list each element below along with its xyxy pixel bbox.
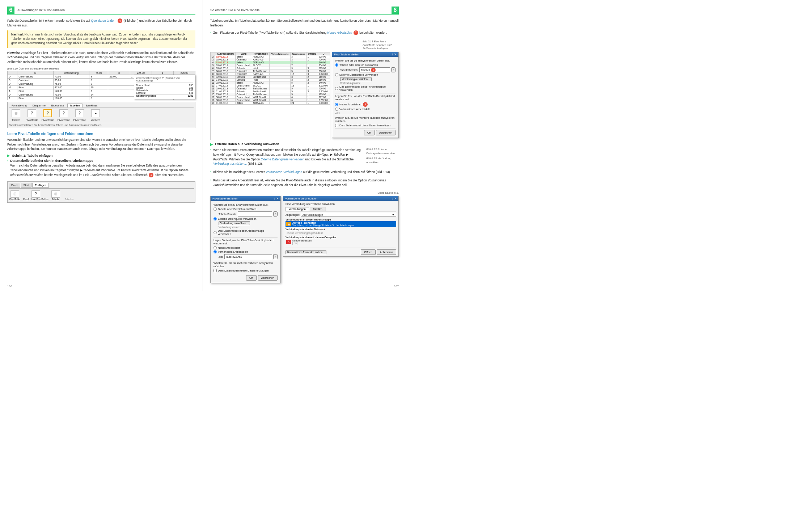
vorh-item1-sub: Verbindung mit der Abfrage 'Rohdaten' in… (292, 224, 355, 227)
section-text1: Wesentlich flexibler und nur unwesentlic… (7, 138, 195, 151)
vorh-abbrechen-btn[interactable]: Abbrechen (377, 249, 396, 255)
vorh-anzeigen-row: Angezeigen: Alle Verbindungen ▼ (286, 213, 396, 217)
hinweis-para: Hinweis: Vorschläge für Pivot-Tabellen e… (7, 51, 195, 64)
neues-label: Neues Arbeitsblatt (339, 103, 361, 106)
dialog1-vorh[interactable]: Vorhandenes Arbeitsblatt (335, 108, 396, 111)
d2-vorh[interactable]: Vorhandenes Arbeitsblatt (213, 250, 278, 253)
nav-icon-empfohlene[interactable]: ? Empfohlene PivotTables (23, 190, 48, 201)
d2-radio1[interactable]: Tabelle oder Bereich auswählen (213, 207, 278, 211)
neues-radio[interactable] (335, 103, 338, 106)
tab-diagramme[interactable]: Diagramme (30, 104, 48, 108)
dialog1-ok-btn[interactable]: OK (364, 130, 375, 135)
neues-arbeitsblatt-link[interactable]: Neues Arbeitsblatt (327, 31, 352, 34)
vorh-oeffnen-btn[interactable]: Öffnen (361, 249, 375, 255)
popup-row: Österreich (136, 89, 181, 92)
datenmodell-check[interactable] (335, 124, 338, 127)
step1-heading: ▶ Schritt 1: Tabelle einfügen (7, 154, 195, 157)
vorh-item1[interactable]: 📋 Abfrage - Rohdaten Verbindung mit der … (286, 221, 396, 227)
dialog1-radio3[interactable]: Das Datenmodell dieser Arbeitsmappe verw… (335, 85, 396, 92)
d2-neues[interactable]: Neues Arbeitsblatt (213, 246, 278, 249)
d2-check-label: Dem Datenmodell diese Daten hinzufügen (218, 269, 269, 272)
externe-para2: Klicken Sie im nachfolgenden Fenster Vor… (213, 170, 390, 174)
d2-ziel-expand[interactable]: ↑ (273, 254, 278, 259)
nav-icon-buttons: ⊞ PivotTable ? Empfohlene PivotTables ⊞ … (9, 190, 194, 201)
radio3-input[interactable] (335, 87, 338, 90)
btn-pivottable-3[interactable]: ? PivotTable (57, 109, 71, 122)
btn-weitere[interactable]: ▸ Weitere (89, 109, 102, 122)
dialog1-abbrechen-btn[interactable]: Abbrechen (376, 130, 396, 135)
vorh-subtitle: Eine Verbindung oder Tabelle auswählen (286, 202, 396, 206)
d2-radio3-label: Das Datenmodell dieser Arbeitsmappe verw… (218, 229, 278, 236)
vorh-item3[interactable]: A Kundenadressen [.lsn] (286, 239, 396, 245)
d2-ziel-input[interactable]: Tabelle2/$A$1 (224, 254, 272, 259)
pivottable1-icon: ? (28, 109, 36, 117)
vorh-item3-icon: A (286, 240, 291, 244)
toolbar-tabs: Formatierung Diagramme Ergebnisse Tabell… (9, 104, 194, 108)
nav-tab-datei[interactable]: Datei (9, 183, 20, 188)
nav-icon-pivottable[interactable]: ⊞ PivotTable (9, 190, 20, 201)
left-page-number: 6 (7, 7, 14, 14)
section-heading-leere: Leere Pivot-Tabelle einfügen und Felder … (7, 132, 195, 136)
right-header-title: So erstellen Sie eine Pivot-Tabelle (210, 8, 260, 12)
d2-radio3[interactable]: Das Datenmodell dieser Arbeitsmappe verw… (213, 229, 278, 236)
bullet1-text: Zum Platzieren der Pivot-Tabelle (PivotT… (213, 30, 387, 35)
d2-check-input[interactable] (213, 269, 217, 272)
toolbar-area: Formatierung Diagramme Ergebnisse Tabell… (7, 102, 195, 128)
dialog1-check[interactable]: Dem Datenmodell diese Daten hinzufügen (335, 124, 396, 127)
d2-radio3-input[interactable] (213, 231, 217, 234)
d2-ziel-label: Ziel: (219, 256, 223, 258)
caption-schnell: Bild 6.10 Über die Schnellanalyse erstel… (7, 67, 195, 70)
btn-pivottable-1[interactable]: ? PivotTable (25, 109, 39, 122)
dialog1-neues[interactable]: Neues Arbeitsblatt 2 (335, 102, 396, 107)
tab-tabellen[interactable]: Tabellen (67, 104, 83, 108)
btn-pivottable-4[interactable]: ? PivotTable (73, 109, 86, 122)
ext-option-link[interactable]: Externe Datenquelle verwenden (261, 157, 304, 161)
nav-tab-start[interactable]: Start (21, 183, 32, 188)
pivottable-nav-icon: ⊞ (10, 190, 19, 198)
d2-vorh-input[interactable] (213, 250, 217, 253)
vorh-item3-label: Kundenadressen (292, 239, 312, 242)
btn-tabelle[interactable]: ⊞ Tabelle (9, 109, 23, 122)
d2-field1-input[interactable] (238, 211, 272, 216)
tab-formatierung[interactable]: Formatierung (9, 104, 29, 108)
d2-radio2[interactable]: Externe Datenquelle verwenden (213, 217, 278, 220)
nav-tab-einfuegen[interactable]: Einfügen (32, 183, 49, 188)
neues-badge: 2 (363, 102, 368, 107)
d2-verbindungsname: Verbindungsname: (219, 226, 278, 228)
d2-radio1-input[interactable] (213, 207, 217, 211)
vorh-anzeigen-select[interactable]: Alle Verbindungen ▼ (301, 213, 396, 217)
d2-check[interactable]: Dem Datenmodell diese Daten hinzufügen (213, 269, 278, 272)
d2-field1-expand[interactable]: ↑ (273, 211, 278, 216)
field1-input[interactable]: Tabelle1 1 (359, 67, 390, 72)
externe-bullet3-sym: ▪ (210, 178, 211, 190)
radio1-input[interactable] (335, 63, 338, 67)
vorh-action-btns: Öffnen Abbrechen (361, 249, 396, 255)
d2-verbindung-btn[interactable]: Verbindung auswählen... (219, 221, 250, 225)
verbindung-link[interactable]: Verbindung auswählen... (213, 162, 247, 165)
vorh-tab-tabellen[interactable]: Tabellen (310, 207, 326, 211)
field1-expand-btn[interactable]: ↑ (391, 67, 396, 72)
d2-abbrechen-btn[interactable]: Abbrechen (258, 275, 278, 281)
verbindungsname-label: Verbindungsname: (340, 82, 396, 84)
quelldaten-link[interactable]: Quelldaten ändern (91, 19, 117, 22)
d2-neues-input[interactable] (213, 246, 217, 249)
vorh-radio[interactable] (335, 108, 338, 111)
d2-radio2-input[interactable] (213, 217, 217, 220)
tab-ergebnisse[interactable]: Ergebnisse (49, 104, 67, 108)
nav-toolbar: Datei Start Einfügen ⊞ PivotTable ? Empf… (7, 181, 195, 203)
dialog1-radio1[interactable]: Tabelle oder Bereich auswählen (335, 63, 396, 67)
tab-sparklines[interactable]: Sparklines (83, 104, 100, 108)
radio2-input[interactable] (335, 73, 338, 76)
externe-bullet1-sym: ▪ (210, 148, 211, 169)
verbindung-btn[interactable]: Verbindung auswählen... (340, 77, 372, 81)
d2-section3: Wählen Sie, ob Sie mehrere Tabellen anal… (213, 260, 278, 268)
btn-pivottable-2[interactable]: ? PivotTable (41, 109, 55, 122)
dialog2-body: Wählen Sie die zu analysierenden Daten a… (211, 201, 280, 283)
vorh-suchen-btn[interactable]: Nach weiteren Elementen suchen... (286, 250, 326, 254)
vorh-tab-verbindungen[interactable]: Verbindungen (286, 207, 309, 211)
vorh-verbindungen-dialog: Vorhandene Verbindungen ? ✕ Eine Verbind… (283, 196, 399, 257)
nav-icon-tabelle[interactable]: ⊞ Tabelle (51, 190, 60, 201)
d2-ok-btn[interactable]: OK (246, 275, 257, 281)
dialog1-radio2[interactable]: Externe Datenquelle verwenden (335, 73, 396, 76)
vorh-link[interactable]: Vorhandene Verbindungen (266, 170, 302, 174)
